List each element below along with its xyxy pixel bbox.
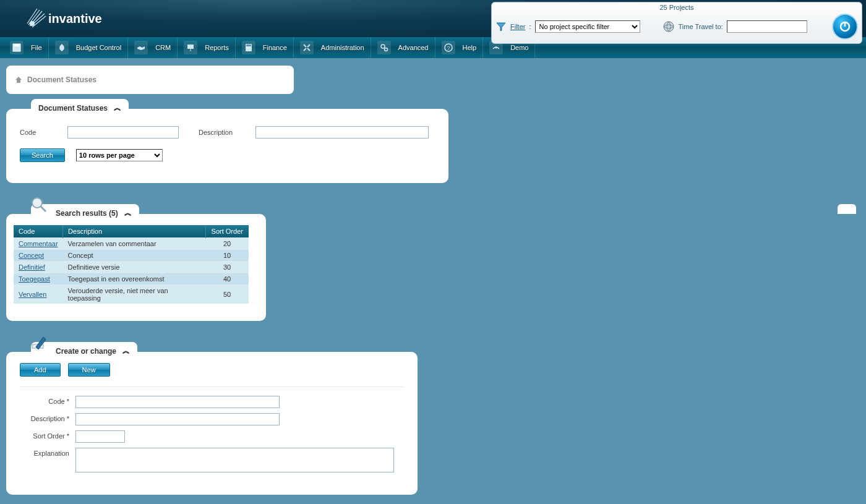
new-button[interactable]: New	[68, 363, 110, 377]
breadcrumb: Document Statuses	[6, 66, 294, 94]
gears-icon	[377, 41, 391, 54]
search-panel-wrapper: Document Statuses ︽ Code Description Sea…	[6, 109, 866, 183]
menu-finance-label: Finance	[263, 44, 287, 51]
add-button[interactable]: Add	[20, 363, 61, 377]
svg-rect-5	[14, 44, 19, 46]
collapse-icon[interactable]: ︽	[122, 346, 130, 356]
create-panel: Add New Code * Description * Sort Order …	[6, 352, 418, 495]
results-panel-tab[interactable]: Search results (5) ︽	[31, 204, 139, 221]
row-code-link[interactable]: Definitief	[14, 262, 63, 273]
search-button[interactable]: Search	[20, 148, 65, 162]
menu-help-label: Help	[463, 44, 477, 51]
logout-button[interactable]	[832, 14, 858, 40]
rows-per-page-select[interactable]: 10 rows per page	[76, 149, 163, 161]
svg-point-11	[384, 48, 387, 51]
menu-crm[interactable]: CRM	[128, 37, 178, 58]
logo-text: invantive	[48, 12, 102, 26]
menu-budget-control[interactable]: Budget Control	[49, 37, 128, 58]
row-description: Toegepast in een overeenkomst	[63, 273, 205, 285]
create-panel-wrapper: Create or change ︽ Add New Code * Descri…	[6, 352, 866, 495]
menu-file-label: File	[31, 44, 42, 51]
row-sort: 50	[205, 285, 249, 304]
filter-select[interactable]: No project specific filter	[535, 20, 640, 33]
magnifier-icon	[30, 195, 48, 214]
home-icon[interactable]	[15, 76, 22, 83]
svg-rect-9	[246, 45, 251, 46]
results-table: Code Description Sort Order Commentaar V…	[14, 225, 249, 304]
form-explanation-input[interactable]	[75, 448, 394, 472]
search-panel-tab[interactable]: Document Statuses ︽	[31, 99, 129, 116]
table-row: Concept Concept 10	[14, 250, 249, 262]
menu-admin-label: Administration	[321, 44, 364, 51]
form-description-input[interactable]	[75, 413, 280, 425]
svg-point-14	[495, 47, 497, 49]
description-input[interactable]	[255, 126, 429, 139]
collapse-icon[interactable]: ︽	[124, 208, 132, 218]
breadcrumb-title: Document Statuses	[27, 75, 96, 84]
menu-reports[interactable]: Reports	[178, 37, 236, 58]
create-panel-tab[interactable]: Create or change ︽	[31, 342, 137, 359]
svg-line-16	[41, 207, 46, 211]
handshake-icon	[134, 41, 148, 54]
code-label: Code	[20, 129, 54, 136]
svg-point-0	[30, 21, 35, 26]
menu-crm-label: CRM	[155, 44, 171, 51]
menu-advanced[interactable]: Advanced	[371, 37, 435, 58]
form-sort-input[interactable]	[75, 430, 125, 443]
form-sort-label: Sort Order *	[20, 430, 75, 440]
collapse-icon[interactable]: ︽	[114, 103, 121, 113]
col-sort[interactable]: Sort Order	[205, 225, 249, 238]
menu-demo-label: Demo	[510, 44, 528, 51]
row-sort: 40	[205, 273, 249, 285]
svg-point-15	[32, 198, 42, 208]
form-description-label: Description *	[20, 413, 75, 422]
row-description: Verzamelen van commentaar	[63, 238, 205, 250]
globe-icon	[662, 20, 675, 33]
create-panel-title: Create or change	[56, 347, 116, 356]
form-code-label: Code *	[20, 396, 75, 405]
svg-rect-6	[187, 45, 194, 49]
moneybag-icon	[55, 41, 69, 54]
row-code-link[interactable]: Concept	[14, 250, 63, 262]
search-panel-title: Document Statuses	[38, 104, 108, 113]
menu-finance[interactable]: Finance	[236, 37, 294, 58]
row-code-link[interactable]: Commentaar	[14, 238, 63, 250]
menu-file[interactable]: File	[4, 37, 49, 58]
row-sort: 30	[205, 262, 249, 273]
form-code-input[interactable]	[75, 396, 280, 408]
calculator-icon	[242, 41, 255, 54]
col-code[interactable]: Code	[14, 225, 63, 238]
description-label: Description	[199, 129, 242, 136]
table-row: Definitief Definitieve versie 30	[14, 262, 249, 273]
row-code-link[interactable]: Vervallen	[14, 285, 63, 304]
filter-link[interactable]: Filter	[510, 23, 525, 30]
presentation-icon	[184, 41, 197, 54]
menu-help[interactable]: ? Help	[435, 37, 484, 58]
tools-icon	[300, 41, 314, 54]
form-explanation-label: Explanation	[20, 448, 75, 457]
results-side-tab[interactable]	[838, 204, 856, 214]
filter-icon	[495, 21, 507, 32]
table-row: Toegepast Toegepast in een overeenkomst …	[14, 273, 249, 285]
results-panel-wrapper: Search results (5) ︽ Code Description So…	[6, 214, 866, 321]
table-row: Commentaar Verzamelen van commentaar 20	[14, 238, 249, 250]
row-description: Verouderde versie, niet meer van toepass…	[63, 285, 205, 304]
menu-reports-label: Reports	[205, 44, 229, 51]
svg-point-1	[664, 22, 674, 32]
projects-count: 25 Projects	[495, 4, 858, 12]
search-panel: Code Description Search 10 rows per page	[6, 109, 448, 183]
pencil-icon	[30, 333, 48, 352]
app-logo: invantive	[25, 6, 102, 31]
table-row: Vervallen Verouderde versie, niet meer v…	[14, 285, 249, 304]
row-code-link[interactable]: Toegepast	[14, 273, 63, 285]
results-panel-title: Search results (5)	[56, 209, 118, 218]
row-sort: 20	[205, 238, 249, 250]
help-icon: ?	[442, 41, 455, 54]
menu-budget-label: Budget Control	[76, 44, 121, 51]
timetravel-input[interactable]	[727, 20, 807, 33]
menu-advanced-label: Advanced	[398, 44, 429, 51]
col-description[interactable]: Description	[63, 225, 205, 238]
menu-administration[interactable]: Administration	[294, 37, 371, 58]
logo-burst-icon	[25, 6, 49, 31]
code-input[interactable]	[67, 126, 179, 139]
